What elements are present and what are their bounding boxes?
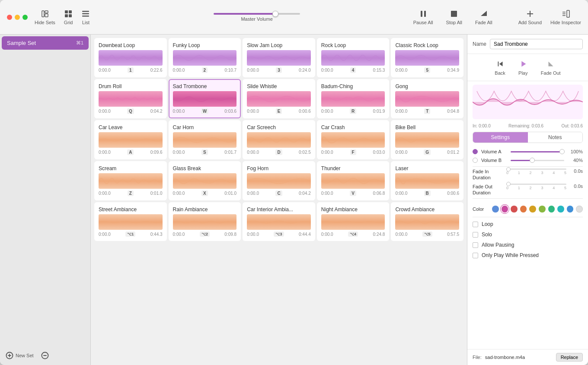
sound-card-gong[interactable]: Gong 0:00.0 T 0:04.8 [391, 79, 463, 118]
list-view-button[interactable]: List [81, 10, 90, 25]
sound-card-fog-horn[interactable]: Fog Horn 0:00.0 C 0:04.2 [243, 161, 315, 200]
sound-card-downbeat-loop[interactable]: Downbeat Loop 0:00.0 1 0:22.6 [94, 38, 167, 77]
back-button[interactable]: Back [495, 59, 505, 76]
sidebar-item-sample-set[interactable]: Sample Set ⌘1 [2, 36, 89, 50]
allow-pausing-checkbox[interactable] [473, 242, 478, 248]
sound-card-rain-ambiance[interactable]: Rain Ambiance 0:00.0 ⌥2 0:09.8 [169, 202, 241, 241]
svg-marker-13 [481, 11, 487, 16]
volume-a-radio[interactable] [473, 149, 478, 154]
color-lightblue[interactable] [567, 206, 574, 213]
svg-rect-16 [567, 10, 569, 17]
color-cyan[interactable] [557, 206, 564, 213]
color-pink[interactable] [502, 206, 508, 213]
minimize-button[interactable] [15, 15, 20, 20]
notes-tab[interactable]: Notes [528, 132, 583, 143]
svg-rect-9 [82, 16, 89, 17]
add-sound-button[interactable]: Add Sound [518, 10, 542, 25]
svg-rect-1 [45, 11, 48, 13]
traffic-lights [7, 15, 28, 20]
color-white[interactable] [576, 206, 583, 213]
volume-a-slider[interactable] [511, 151, 564, 152]
sound-card-thunder[interactable]: Thunder 0:00.0 V 0:06.8 [317, 161, 390, 200]
maximize-button[interactable] [22, 15, 28, 20]
sound-card-car-crash[interactable]: Car Crash 0:00.0 F 0:03.0 [317, 120, 390, 159]
sound-card-scream[interactable]: Scream 0:00.0 Z 0:01.0 [94, 161, 167, 200]
sound-card-bike-bell[interactable]: Bike Bell 0:00.0 G 0:01.2 [391, 120, 463, 159]
toolbar-left: Hide Sets Grid List [35, 10, 90, 25]
color-teal[interactable] [548, 206, 555, 213]
loop-checkbox[interactable] [473, 222, 478, 227]
fade-out-dur-row: Fade OutDuration 012345 0.0s [473, 184, 583, 196]
inspector-panel: Name Back Play [467, 35, 588, 365]
sound-card-car-interior[interactable]: Car Interior Ambia... 0:00.0 ⌥3 0:44.4 [243, 202, 315, 241]
new-set-button[interactable]: New Set [5, 351, 34, 360]
waveform-carcrash [321, 132, 385, 148]
only-play-row: Only Play While Pressed [467, 250, 588, 260]
sound-card-badum-ching[interactable]: Badum-Ching 0:00.0 R 0:01.9 [317, 79, 390, 118]
master-volume-slider[interactable] [214, 13, 300, 15]
svg-rect-12 [451, 11, 457, 17]
pause-all-button[interactable]: Pause All [413, 10, 433, 25]
waveform-drumroll [99, 91, 163, 107]
sound-card-drum-roll[interactable]: Drum Roll 0:00.0 Q 0:04.2 [94, 79, 167, 118]
fade-out-control: 012345 [506, 184, 566, 196]
grid-view-button[interactable]: Grid [64, 10, 73, 25]
fade-in-control: 012345 [506, 168, 566, 181]
solo-checkbox[interactable] [473, 232, 478, 238]
sound-grid: Downbeat Loop 0:00.0 1 0:22.6 Funky [91, 35, 467, 365]
grid-container: Downbeat Loop 0:00.0 1 0:22.6 Funky [94, 38, 463, 241]
color-orange[interactable] [520, 206, 527, 213]
sound-card-glass-break[interactable]: Glass Break 0:00.0 X 0:01.0 [169, 161, 241, 200]
hide-sets-button[interactable]: Hide Sets [35, 10, 55, 25]
fade-in-slider[interactable] [506, 168, 566, 170]
volume-b-radio[interactable] [473, 158, 478, 163]
waveform-carscreech [247, 132, 311, 148]
play-button[interactable]: Play [518, 59, 528, 76]
sound-card-night-ambiance[interactable]: Night Ambiance 0:00.0 ⌥4 0:24.8 [317, 202, 390, 241]
svg-rect-8 [82, 13, 89, 14]
waveform-carleave [99, 132, 163, 148]
waveform-crowd [395, 214, 459, 230]
fade-out-button[interactable]: Fade Out [541, 59, 561, 76]
sound-card-car-horn[interactable]: Car Horn 0:00.0 S 0:01.7 [169, 120, 241, 159]
playback-controls: Pause All Stop All Fade All [413, 10, 492, 25]
hide-inspector-button[interactable]: Hide Inspector [550, 10, 581, 25]
sound-card-sad-trombone[interactable]: Sad Trombone 0:00.0 W 0:03.6 [169, 79, 241, 118]
sound-card-rock-loop[interactable]: Rock Loop 0:00.0 4 0:15.3 [317, 38, 390, 77]
fade-out-slider[interactable] [506, 184, 566, 185]
svg-rect-10 [421, 11, 422, 17]
stop-all-button[interactable]: Stop All [446, 10, 462, 25]
sound-card-laser[interactable]: Laser 0:00.0 B 0:00.6 [391, 161, 463, 200]
color-red[interactable] [511, 206, 518, 213]
sound-card-funky-loop[interactable]: Funky Loop 0:00.0 2 0:10.7 [169, 38, 241, 77]
sound-card-crowd-ambiance[interactable]: Crowd Ambiance 0:00.0 ⌥5 0:57.5 [391, 202, 463, 241]
waveform-slowjam [247, 50, 311, 66]
sound-card-street-ambiance[interactable]: Street Ambiance 0:00.0 ⌥1 0:44.3 [94, 202, 167, 241]
remove-set-button[interactable] [41, 351, 49, 360]
sound-card-car-screech[interactable]: Car Screech 0:00.0 D 0:02.5 [243, 120, 315, 159]
sound-card-slow-jam[interactable]: Slow Jam Loop 0:00.0 3 0:24.0 [243, 38, 315, 77]
only-play-checkbox[interactable] [473, 253, 478, 258]
waveform-night [321, 214, 385, 230]
solo-row: Solo [467, 229, 588, 240]
sound-card-slide-whistle[interactable]: Slide Whistle 0:00.0 E 0:00.6 [243, 79, 315, 118]
inspector-times: In: 0:00.0 Remaining: 0:03.6 Out: 0:03.6 [467, 123, 588, 132]
svg-rect-11 [424, 11, 426, 17]
close-button[interactable] [7, 15, 12, 20]
settings-tab[interactable]: Settings [473, 132, 528, 143]
sound-card-car-leave[interactable]: Car Leave 0:00.0 A 0:09.6 [94, 120, 167, 159]
fade-all-button[interactable]: Fade All [475, 10, 492, 25]
inspector-name-input[interactable] [490, 39, 583, 49]
sound-card-classic-rock[interactable]: Classic Rock Loop 0:00.0 5 0:34.9 [391, 38, 463, 77]
svg-rect-0 [42, 11, 44, 17]
volume-b-slider[interactable] [511, 160, 564, 161]
waveform-street [99, 214, 163, 230]
color-yellow[interactable] [529, 206, 536, 213]
inspector-footer: File: sad-trombone.m4a Replace [467, 349, 588, 365]
color-blue[interactable] [492, 206, 499, 213]
app-window: Hide Sets Grid List [0, 0, 588, 365]
color-green[interactable] [539, 206, 546, 213]
replace-button[interactable]: Replace [556, 353, 583, 362]
main-content: Sample Set ⌘1 New Set [0, 35, 588, 365]
svg-rect-5 [65, 14, 68, 17]
